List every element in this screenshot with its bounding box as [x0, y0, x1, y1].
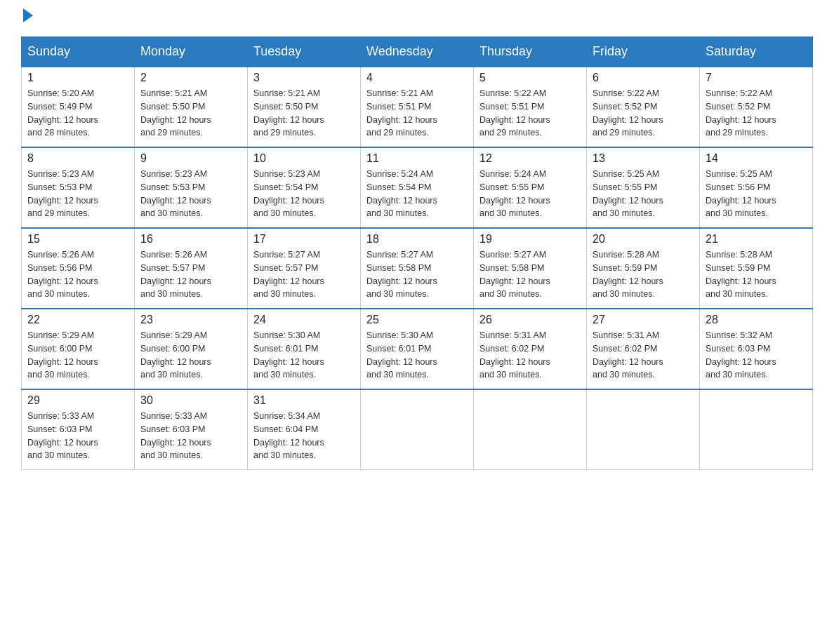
calendar-cell: 22 Sunrise: 5:29 AMSunset: 6:00 PMDaylig… — [22, 309, 135, 389]
calendar-table: SundayMondayTuesdayWednesdayThursdayFrid… — [21, 36, 813, 470]
calendar-cell: 15 Sunrise: 5:26 AMSunset: 5:56 PMDaylig… — [22, 228, 135, 309]
calendar-cell — [587, 389, 700, 470]
day-info: Sunrise: 5:29 AMSunset: 6:00 PMDaylight:… — [140, 329, 241, 382]
day-number: 27 — [593, 314, 694, 326]
day-info: Sunrise: 5:22 AMSunset: 5:51 PMDaylight:… — [479, 87, 581, 140]
calendar-cell: 7 Sunrise: 5:22 AMSunset: 5:52 PMDayligh… — [700, 67, 813, 147]
day-number: 30 — [140, 394, 241, 407]
day-info: Sunrise: 5:27 AMSunset: 5:57 PMDaylight:… — [253, 248, 355, 301]
day-number: 12 — [479, 152, 581, 165]
day-info: Sunrise: 5:27 AMSunset: 5:58 PMDaylight:… — [366, 248, 468, 301]
day-number: 19 — [479, 233, 581, 246]
calendar-cell — [700, 389, 813, 470]
calendar-week-row: 1 Sunrise: 5:20 AMSunset: 5:49 PMDayligh… — [22, 67, 813, 147]
day-number: 16 — [140, 233, 241, 246]
calendar-week-row: 22 Sunrise: 5:29 AMSunset: 6:00 PMDaylig… — [22, 309, 813, 389]
day-number: 28 — [706, 314, 807, 326]
calendar-cell: 5 Sunrise: 5:22 AMSunset: 5:51 PMDayligh… — [474, 67, 587, 147]
logo — [21, 14, 33, 22]
day-info: Sunrise: 5:33 AMSunset: 6:03 PMDaylight:… — [27, 410, 128, 462]
day-header-sunday: Sunday — [22, 37, 135, 67]
day-info: Sunrise: 5:22 AMSunset: 5:52 PMDaylight:… — [706, 87, 807, 140]
day-number: 26 — [479, 314, 581, 326]
calendar-cell: 2 Sunrise: 5:21 AMSunset: 5:50 PMDayligh… — [135, 67, 248, 147]
day-info: Sunrise: 5:29 AMSunset: 6:00 PMDaylight:… — [27, 329, 128, 382]
calendar-cell: 4 Sunrise: 5:21 AMSunset: 5:51 PMDayligh… — [361, 67, 474, 147]
day-info: Sunrise: 5:25 AMSunset: 5:56 PMDaylight:… — [706, 168, 807, 220]
day-header-thursday: Thursday — [474, 37, 587, 67]
calendar-cell: 28 Sunrise: 5:32 AMSunset: 6:03 PMDaylig… — [700, 309, 813, 389]
day-number: 18 — [366, 233, 468, 246]
day-info: Sunrise: 5:23 AMSunset: 5:53 PMDaylight:… — [27, 168, 128, 220]
day-header-row: SundayMondayTuesdayWednesdayThursdayFrid… — [22, 37, 813, 67]
day-header-monday: Monday — [135, 37, 248, 67]
day-info: Sunrise: 5:22 AMSunset: 5:52 PMDaylight:… — [593, 87, 694, 140]
day-info: Sunrise: 5:23 AMSunset: 5:53 PMDaylight:… — [140, 168, 241, 220]
day-number: 8 — [27, 152, 128, 165]
day-number: 15 — [27, 233, 128, 246]
calendar-cell: 16 Sunrise: 5:26 AMSunset: 5:57 PMDaylig… — [135, 228, 248, 309]
calendar-week-row: 29 Sunrise: 5:33 AMSunset: 6:03 PMDaylig… — [22, 389, 813, 470]
calendar-cell: 27 Sunrise: 5:31 AMSunset: 6:02 PMDaylig… — [587, 309, 700, 389]
day-info: Sunrise: 5:26 AMSunset: 5:57 PMDaylight:… — [140, 248, 241, 301]
day-info: Sunrise: 5:21 AMSunset: 5:51 PMDaylight:… — [366, 87, 468, 140]
day-info: Sunrise: 5:32 AMSunset: 6:03 PMDaylight:… — [706, 329, 807, 382]
calendar-cell: 29 Sunrise: 5:33 AMSunset: 6:03 PMDaylig… — [22, 389, 135, 470]
day-info: Sunrise: 5:21 AMSunset: 5:50 PMDaylight:… — [253, 87, 355, 140]
day-info: Sunrise: 5:31 AMSunset: 6:02 PMDaylight:… — [479, 329, 581, 382]
day-number: 24 — [253, 314, 355, 326]
calendar-header: SundayMondayTuesdayWednesdayThursdayFrid… — [22, 37, 813, 67]
calendar-cell: 18 Sunrise: 5:27 AMSunset: 5:58 PMDaylig… — [361, 228, 474, 309]
calendar-cell: 26 Sunrise: 5:31 AMSunset: 6:02 PMDaylig… — [474, 309, 587, 389]
calendar-cell: 24 Sunrise: 5:30 AMSunset: 6:01 PMDaylig… — [248, 309, 361, 389]
calendar-cell: 20 Sunrise: 5:28 AMSunset: 5:59 PMDaylig… — [587, 228, 700, 309]
day-number: 2 — [140, 72, 241, 84]
day-number: 9 — [140, 152, 241, 165]
calendar-cell: 21 Sunrise: 5:28 AMSunset: 5:59 PMDaylig… — [700, 228, 813, 309]
day-number: 20 — [593, 233, 694, 246]
logo-arrow-icon — [23, 8, 33, 22]
day-number: 29 — [27, 394, 128, 407]
day-number: 13 — [593, 152, 694, 165]
day-info: Sunrise: 5:30 AMSunset: 6:01 PMDaylight:… — [253, 329, 355, 382]
calendar-cell: 10 Sunrise: 5:23 AMSunset: 5:54 PMDaylig… — [248, 147, 361, 228]
calendar-cell: 13 Sunrise: 5:25 AMSunset: 5:55 PMDaylig… — [587, 147, 700, 228]
day-header-saturday: Saturday — [700, 37, 813, 67]
day-info: Sunrise: 5:30 AMSunset: 6:01 PMDaylight:… — [366, 329, 468, 382]
day-header-friday: Friday — [587, 37, 700, 67]
page-header — [21, 14, 813, 22]
day-number: 14 — [706, 152, 807, 165]
day-info: Sunrise: 5:28 AMSunset: 5:59 PMDaylight:… — [593, 248, 694, 301]
day-number: 7 — [706, 72, 807, 84]
calendar-cell: 31 Sunrise: 5:34 AMSunset: 6:04 PMDaylig… — [248, 389, 361, 470]
calendar-week-row: 8 Sunrise: 5:23 AMSunset: 5:53 PMDayligh… — [22, 147, 813, 228]
day-number: 23 — [140, 314, 241, 326]
day-info: Sunrise: 5:28 AMSunset: 5:59 PMDaylight:… — [706, 248, 807, 301]
calendar-cell: 30 Sunrise: 5:33 AMSunset: 6:03 PMDaylig… — [135, 389, 248, 470]
day-number: 5 — [479, 72, 581, 84]
day-info: Sunrise: 5:23 AMSunset: 5:54 PMDaylight:… — [253, 168, 355, 220]
day-info: Sunrise: 5:34 AMSunset: 6:04 PMDaylight:… — [253, 410, 355, 462]
day-info: Sunrise: 5:31 AMSunset: 6:02 PMDaylight:… — [593, 329, 694, 382]
calendar-cell: 23 Sunrise: 5:29 AMSunset: 6:00 PMDaylig… — [135, 309, 248, 389]
calendar-cell: 9 Sunrise: 5:23 AMSunset: 5:53 PMDayligh… — [135, 147, 248, 228]
calendar-cell: 25 Sunrise: 5:30 AMSunset: 6:01 PMDaylig… — [361, 309, 474, 389]
day-header-tuesday: Tuesday — [248, 37, 361, 67]
calendar-cell: 6 Sunrise: 5:22 AMSunset: 5:52 PMDayligh… — [587, 67, 700, 147]
day-header-wednesday: Wednesday — [361, 37, 474, 67]
day-info: Sunrise: 5:26 AMSunset: 5:56 PMDaylight:… — [27, 248, 128, 301]
day-number: 11 — [366, 152, 468, 165]
day-number: 21 — [706, 233, 807, 246]
calendar-cell — [474, 389, 587, 470]
day-number: 22 — [27, 314, 128, 326]
calendar-body: 1 Sunrise: 5:20 AMSunset: 5:49 PMDayligh… — [22, 67, 813, 470]
day-info: Sunrise: 5:27 AMSunset: 5:58 PMDaylight:… — [479, 248, 581, 301]
calendar-cell: 8 Sunrise: 5:23 AMSunset: 5:53 PMDayligh… — [22, 147, 135, 228]
day-number: 10 — [253, 152, 355, 165]
day-number: 31 — [253, 394, 355, 407]
day-info: Sunrise: 5:24 AMSunset: 5:55 PMDaylight:… — [479, 168, 581, 220]
calendar-cell: 14 Sunrise: 5:25 AMSunset: 5:56 PMDaylig… — [700, 147, 813, 228]
day-number: 3 — [253, 72, 355, 84]
day-info: Sunrise: 5:33 AMSunset: 6:03 PMDaylight:… — [140, 410, 241, 462]
day-info: Sunrise: 5:21 AMSunset: 5:50 PMDaylight:… — [140, 87, 241, 140]
